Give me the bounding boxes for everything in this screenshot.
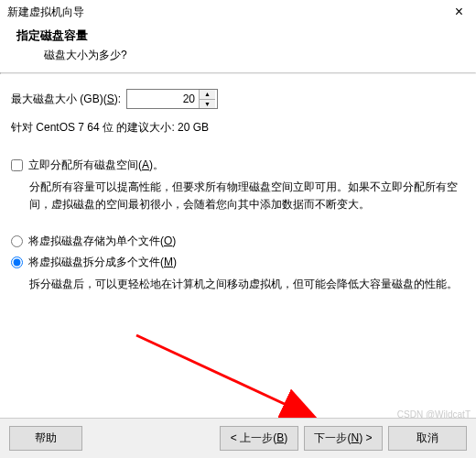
page-subtitle: 磁盘大小为多少? — [16, 48, 469, 63]
help-button[interactable]: 帮助 — [9, 426, 82, 451]
cancel-button[interactable]: 取消 — [388, 426, 467, 451]
store-split-radio[interactable] — [11, 256, 23, 268]
allocate-description: 分配所有容量可以提高性能，但要求所有物理磁盘空间立即可用。如果不立即分配所有空间… — [11, 179, 465, 213]
allocate-now-checkbox[interactable] — [11, 159, 23, 171]
close-icon[interactable]: × — [449, 4, 469, 20]
window-title: 新建虚拟机向导 — [7, 5, 84, 20]
max-disk-spinner[interactable]: ▲ ▼ — [126, 89, 218, 109]
split-description: 拆分磁盘后，可以更轻松地在计算机之间移动虚拟机，但可能会降低大容量磁盘的性能。 — [11, 276, 465, 293]
max-disk-input[interactable] — [127, 90, 199, 108]
store-split-label: 将虚拟磁盘拆分成多个文件(M) — [28, 255, 177, 270]
store-single-label: 将虚拟磁盘存储为单个文件(O) — [28, 234, 176, 249]
max-disk-label: 最大磁盘大小 (GB)(S): — [11, 92, 121, 107]
allocate-now-label: 立即分配所有磁盘空间(A)。 — [28, 158, 164, 173]
recommendation-text: 针对 CentOS 7 64 位 的建议大小: 20 GB — [11, 120, 465, 136]
spinner-down-icon[interactable]: ▼ — [200, 100, 215, 109]
page-title: 指定磁盘容量 — [16, 27, 469, 44]
back-button[interactable]: < 上一步(B) — [220, 426, 298, 451]
store-single-radio[interactable] — [11, 235, 23, 247]
spinner-up-icon[interactable]: ▲ — [200, 90, 215, 100]
svg-line-1 — [136, 335, 314, 418]
next-button[interactable]: 下一步(N) > — [304, 426, 383, 451]
